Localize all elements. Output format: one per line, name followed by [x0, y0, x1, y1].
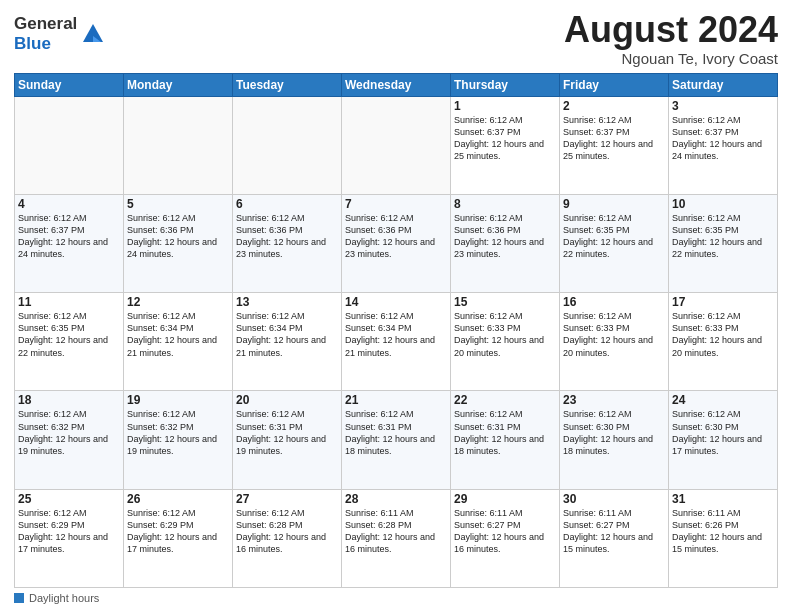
calendar-cell: 12Sunrise: 6:12 AM Sunset: 6:34 PM Dayli…	[124, 293, 233, 391]
logo-general: General	[14, 14, 77, 33]
day-number: 18	[18, 393, 120, 407]
location: Ngouan Te, Ivory Coast	[564, 50, 778, 67]
day-number: 3	[672, 99, 774, 113]
day-number: 30	[563, 492, 665, 506]
day-number: 22	[454, 393, 556, 407]
logo-icon	[79, 18, 107, 46]
day-number: 29	[454, 492, 556, 506]
calendar-cell: 27Sunrise: 6:12 AM Sunset: 6:28 PM Dayli…	[233, 489, 342, 587]
calendar-cell: 14Sunrise: 6:12 AM Sunset: 6:34 PM Dayli…	[342, 293, 451, 391]
day-info: Sunrise: 6:12 AM Sunset: 6:36 PM Dayligh…	[345, 212, 447, 261]
daylight-dot	[14, 593, 24, 603]
day-number: 31	[672, 492, 774, 506]
calendar-cell: 20Sunrise: 6:12 AM Sunset: 6:31 PM Dayli…	[233, 391, 342, 489]
calendar-cell: 26Sunrise: 6:12 AM Sunset: 6:29 PM Dayli…	[124, 489, 233, 587]
calendar-header-sunday: Sunday	[15, 73, 124, 96]
day-info: Sunrise: 6:12 AM Sunset: 6:37 PM Dayligh…	[454, 114, 556, 163]
calendar-cell: 22Sunrise: 6:12 AM Sunset: 6:31 PM Dayli…	[451, 391, 560, 489]
day-info: Sunrise: 6:12 AM Sunset: 6:32 PM Dayligh…	[127, 408, 229, 457]
day-info: Sunrise: 6:12 AM Sunset: 6:29 PM Dayligh…	[127, 507, 229, 556]
calendar-header-row: SundayMondayTuesdayWednesdayThursdayFrid…	[15, 73, 778, 96]
calendar-cell: 16Sunrise: 6:12 AM Sunset: 6:33 PM Dayli…	[560, 293, 669, 391]
day-number: 4	[18, 197, 120, 211]
day-info: Sunrise: 6:11 AM Sunset: 6:27 PM Dayligh…	[563, 507, 665, 556]
calendar-cell	[342, 96, 451, 194]
calendar-cell: 6Sunrise: 6:12 AM Sunset: 6:36 PM Daylig…	[233, 194, 342, 292]
day-info: Sunrise: 6:12 AM Sunset: 6:30 PM Dayligh…	[672, 408, 774, 457]
day-number: 11	[18, 295, 120, 309]
day-info: Sunrise: 6:12 AM Sunset: 6:33 PM Dayligh…	[454, 310, 556, 359]
calendar-cell: 25Sunrise: 6:12 AM Sunset: 6:29 PM Dayli…	[15, 489, 124, 587]
day-info: Sunrise: 6:12 AM Sunset: 6:37 PM Dayligh…	[18, 212, 120, 261]
day-number: 7	[345, 197, 447, 211]
calendar-week-row: 18Sunrise: 6:12 AM Sunset: 6:32 PM Dayli…	[15, 391, 778, 489]
calendar-cell: 19Sunrise: 6:12 AM Sunset: 6:32 PM Dayli…	[124, 391, 233, 489]
day-number: 19	[127, 393, 229, 407]
day-info: Sunrise: 6:12 AM Sunset: 6:30 PM Dayligh…	[563, 408, 665, 457]
calendar-cell	[124, 96, 233, 194]
footer: Daylight hours	[14, 592, 778, 604]
calendar-cell: 18Sunrise: 6:12 AM Sunset: 6:32 PM Dayli…	[15, 391, 124, 489]
day-number: 23	[563, 393, 665, 407]
calendar-cell: 29Sunrise: 6:11 AM Sunset: 6:27 PM Dayli…	[451, 489, 560, 587]
title-block: August 2024 Ngouan Te, Ivory Coast	[564, 10, 778, 67]
day-number: 25	[18, 492, 120, 506]
calendar-cell	[233, 96, 342, 194]
day-info: Sunrise: 6:12 AM Sunset: 6:33 PM Dayligh…	[563, 310, 665, 359]
calendar-cell: 10Sunrise: 6:12 AM Sunset: 6:35 PM Dayli…	[669, 194, 778, 292]
day-info: Sunrise: 6:12 AM Sunset: 6:36 PM Dayligh…	[127, 212, 229, 261]
calendar-header-saturday: Saturday	[669, 73, 778, 96]
logo: General Blue	[14, 14, 107, 53]
calendar-header-friday: Friday	[560, 73, 669, 96]
day-number: 28	[345, 492, 447, 506]
day-info: Sunrise: 6:11 AM Sunset: 6:26 PM Dayligh…	[672, 507, 774, 556]
calendar-cell: 21Sunrise: 6:12 AM Sunset: 6:31 PM Dayli…	[342, 391, 451, 489]
day-number: 2	[563, 99, 665, 113]
logo-blue: Blue	[14, 34, 51, 53]
day-info: Sunrise: 6:12 AM Sunset: 6:37 PM Dayligh…	[672, 114, 774, 163]
day-number: 13	[236, 295, 338, 309]
day-number: 8	[454, 197, 556, 211]
day-number: 14	[345, 295, 447, 309]
calendar-week-row: 1Sunrise: 6:12 AM Sunset: 6:37 PM Daylig…	[15, 96, 778, 194]
day-number: 27	[236, 492, 338, 506]
day-number: 21	[345, 393, 447, 407]
calendar-cell: 30Sunrise: 6:11 AM Sunset: 6:27 PM Dayli…	[560, 489, 669, 587]
calendar-header-thursday: Thursday	[451, 73, 560, 96]
calendar-table: SundayMondayTuesdayWednesdayThursdayFrid…	[14, 73, 778, 588]
calendar-week-row: 25Sunrise: 6:12 AM Sunset: 6:29 PM Dayli…	[15, 489, 778, 587]
calendar-cell: 28Sunrise: 6:11 AM Sunset: 6:28 PM Dayli…	[342, 489, 451, 587]
day-info: Sunrise: 6:12 AM Sunset: 6:32 PM Dayligh…	[18, 408, 120, 457]
calendar-week-row: 11Sunrise: 6:12 AM Sunset: 6:35 PM Dayli…	[15, 293, 778, 391]
day-number: 1	[454, 99, 556, 113]
calendar-cell: 9Sunrise: 6:12 AM Sunset: 6:35 PM Daylig…	[560, 194, 669, 292]
calendar-header-tuesday: Tuesday	[233, 73, 342, 96]
day-number: 17	[672, 295, 774, 309]
calendar-cell: 17Sunrise: 6:12 AM Sunset: 6:33 PM Dayli…	[669, 293, 778, 391]
day-number: 24	[672, 393, 774, 407]
calendar-cell: 15Sunrise: 6:12 AM Sunset: 6:33 PM Dayli…	[451, 293, 560, 391]
day-info: Sunrise: 6:12 AM Sunset: 6:33 PM Dayligh…	[672, 310, 774, 359]
calendar-cell: 24Sunrise: 6:12 AM Sunset: 6:30 PM Dayli…	[669, 391, 778, 489]
day-number: 15	[454, 295, 556, 309]
day-number: 10	[672, 197, 774, 211]
day-number: 26	[127, 492, 229, 506]
calendar-cell: 1Sunrise: 6:12 AM Sunset: 6:37 PM Daylig…	[451, 96, 560, 194]
calendar-cell: 23Sunrise: 6:12 AM Sunset: 6:30 PM Dayli…	[560, 391, 669, 489]
day-info: Sunrise: 6:12 AM Sunset: 6:35 PM Dayligh…	[672, 212, 774, 261]
calendar-cell: 2Sunrise: 6:12 AM Sunset: 6:37 PM Daylig…	[560, 96, 669, 194]
day-info: Sunrise: 6:12 AM Sunset: 6:34 PM Dayligh…	[345, 310, 447, 359]
calendar-header-wednesday: Wednesday	[342, 73, 451, 96]
day-number: 20	[236, 393, 338, 407]
month-year: August 2024	[564, 10, 778, 50]
calendar-header-monday: Monday	[124, 73, 233, 96]
calendar-cell: 7Sunrise: 6:12 AM Sunset: 6:36 PM Daylig…	[342, 194, 451, 292]
day-info: Sunrise: 6:12 AM Sunset: 6:31 PM Dayligh…	[454, 408, 556, 457]
calendar-cell: 8Sunrise: 6:12 AM Sunset: 6:36 PM Daylig…	[451, 194, 560, 292]
day-info: Sunrise: 6:12 AM Sunset: 6:35 PM Dayligh…	[18, 310, 120, 359]
calendar-cell: 4Sunrise: 6:12 AM Sunset: 6:37 PM Daylig…	[15, 194, 124, 292]
day-number: 6	[236, 197, 338, 211]
calendar-week-row: 4Sunrise: 6:12 AM Sunset: 6:37 PM Daylig…	[15, 194, 778, 292]
page: General Blue August 2024 Ngouan Te, Ivor…	[0, 0, 792, 612]
day-info: Sunrise: 6:12 AM Sunset: 6:31 PM Dayligh…	[345, 408, 447, 457]
